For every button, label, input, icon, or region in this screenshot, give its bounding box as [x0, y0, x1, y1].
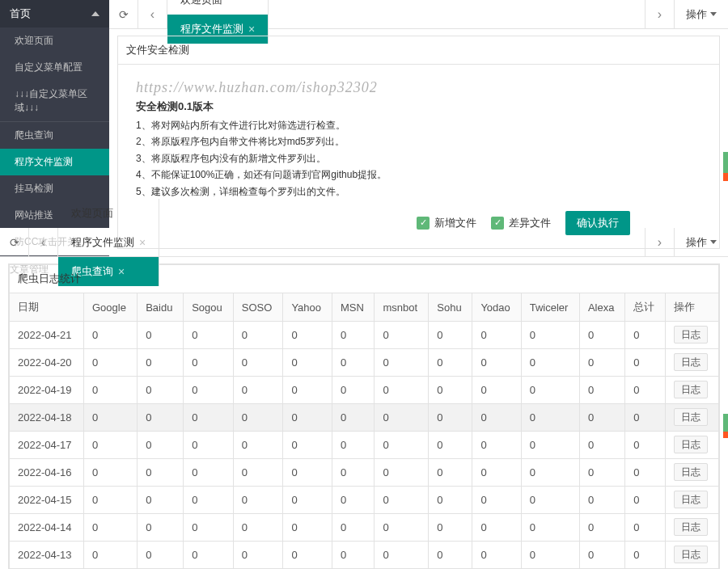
cell-value: 0 [233, 404, 283, 432]
tab-next[interactable]: › [645, 228, 674, 257]
log-button[interactable]: 日志 [674, 408, 708, 426]
cell-value: 0 [429, 377, 472, 404]
desc-line: 1、将对网站内所有文件进行比对筛选进行检查。 [136, 117, 630, 133]
log-button[interactable]: 日志 [674, 491, 708, 508]
close-icon[interactable]: × [118, 265, 125, 278]
table-row: 2022-04-14000000000000日志 [10, 514, 719, 542]
card-title: 文件安全检测 [118, 36, 719, 65]
cell-value: 0 [184, 514, 234, 542]
cell-value: 0 [375, 542, 429, 569]
log-button[interactable]: 日志 [674, 463, 708, 481]
tab-label: 欢迎页面 [71, 206, 113, 221]
tab-next[interactable]: › [645, 0, 674, 29]
caret-up-icon [91, 11, 99, 16]
sidebar-item[interactable]: 程序文件监测 [0, 149, 109, 175]
close-icon[interactable]: × [139, 236, 146, 249]
cell-value: 0 [283, 514, 332, 542]
log-button[interactable]: 日志 [674, 353, 708, 371]
cell-value: 0 [332, 322, 375, 349]
cell-value: 0 [429, 459, 472, 487]
cell-value: 0 [472, 404, 521, 432]
cell-value: 0 [332, 542, 375, 569]
ops-menu[interactable]: 操作 [674, 228, 728, 257]
crawler-table: 日期GoogleBaiduSogouSOSOYahooMSNmsnbotSohu… [9, 293, 719, 569]
cell-value: 0 [375, 432, 429, 459]
table-header: Yodao [472, 293, 521, 322]
cell-value: 0 [625, 377, 665, 404]
section-title: 安全检测0.1版本 [136, 99, 630, 114]
cell-value: 0 [521, 432, 579, 459]
cell-ops: 日志 [665, 404, 718, 432]
cell-date: 2022-04-17 [10, 432, 84, 459]
cell-value: 0 [472, 542, 521, 569]
desc-line: 4、不能保证100%正确，如还有问题请到官网github提报。 [136, 166, 630, 183]
sidebar-item[interactable]: 爬虫查询 [0, 122, 109, 149]
ops-label: 操作 [686, 235, 707, 250]
log-button[interactable]: 日志 [674, 436, 708, 453]
cell-value: 0 [184, 377, 234, 404]
cell-value: 0 [472, 377, 521, 404]
log-button[interactable]: 日志 [674, 326, 708, 344]
cell-value: 0 [375, 322, 429, 349]
cell-value: 0 [472, 514, 521, 542]
table-row: 2022-04-16000000000000日志 [10, 459, 719, 487]
sidebar-item[interactable]: 自定义菜单配置 [0, 54, 109, 81]
cell-value: 0 [521, 404, 579, 432]
tab[interactable]: 欢迎页面 [58, 199, 159, 228]
log-button[interactable]: 日志 [674, 518, 708, 536]
table-header: Yahoo [283, 293, 332, 322]
cell-date: 2022-04-16 [10, 459, 84, 487]
table-row: 2022-04-15000000000000日志 [10, 487, 719, 514]
cell-value: 0 [429, 349, 472, 377]
ops-label: 操作 [686, 7, 707, 22]
sidebar-item[interactable]: ↓↓↓自定义菜单区域↓↓↓ [0, 81, 109, 121]
cell-value: 0 [332, 514, 375, 542]
log-button[interactable]: 日志 [674, 546, 708, 563]
cell-value: 0 [375, 349, 429, 377]
cell-ops: 日志 [665, 377, 718, 404]
sidebar-home[interactable]: 首页 [0, 0, 109, 27]
cell-value: 0 [184, 404, 234, 432]
cell-value: 0 [233, 349, 283, 377]
tab[interactable]: 程序文件监测× [58, 228, 159, 257]
cell-date: 2022-04-18 [10, 404, 84, 432]
refresh-icon: ⟳ [119, 8, 129, 21]
refresh-button[interactable]: ⟳ [0, 228, 29, 257]
ops-menu[interactable]: 操作 [674, 0, 728, 29]
cell-value: 0 [283, 404, 332, 432]
cell-value: 0 [138, 322, 184, 349]
cell-value: 0 [233, 542, 283, 569]
cell-ops: 日志 [665, 459, 718, 487]
cell-value: 0 [283, 487, 332, 514]
refresh-button[interactable]: ⟳ [109, 0, 138, 29]
table-header: Google [84, 293, 138, 322]
tab-label: 程序文件监测 [71, 235, 134, 250]
cell-ops: 日志 [665, 487, 718, 514]
cell-value: 0 [625, 404, 665, 432]
desc-line: 5、建议多次检测，详细检查每个罗列出的文件。 [136, 183, 630, 200]
table-header: MSN [332, 293, 375, 322]
cell-value: 0 [332, 349, 375, 377]
cell-value: 0 [625, 349, 665, 377]
log-button[interactable]: 日志 [674, 381, 708, 398]
cell-value: 0 [233, 322, 283, 349]
cell-value: 0 [84, 542, 138, 569]
cell-value: 0 [521, 459, 579, 487]
cell-value: 0 [283, 432, 332, 459]
cell-value: 0 [579, 432, 624, 459]
cell-value: 0 [184, 432, 234, 459]
cell-value: 0 [429, 404, 472, 432]
tab-prev[interactable]: ‹ [29, 228, 58, 257]
cell-value: 0 [521, 487, 579, 514]
tab[interactable]: 欢迎页面 [167, 0, 269, 15]
cell-value: 0 [84, 377, 138, 404]
tab-prev[interactable]: ‹ [138, 0, 167, 29]
cell-value: 0 [84, 432, 138, 459]
cell-value: 0 [233, 377, 283, 404]
cell-value: 0 [184, 459, 234, 487]
cell-value: 0 [429, 542, 472, 569]
sidebar-item[interactable]: 欢迎页面 [0, 27, 109, 54]
cell-value: 0 [283, 349, 332, 377]
cell-value: 0 [521, 377, 579, 404]
cell-value: 0 [579, 514, 624, 542]
